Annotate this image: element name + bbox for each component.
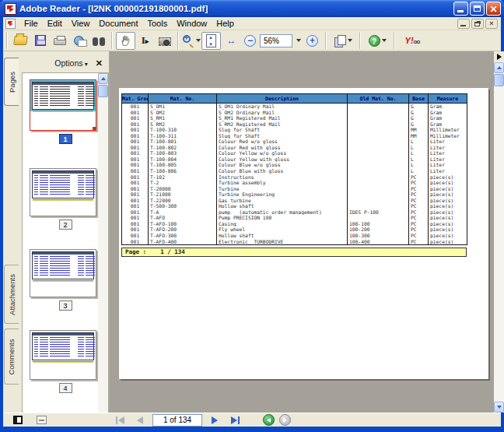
print-button[interactable] <box>50 32 69 50</box>
page-number-label[interactable]: 2 <box>59 220 72 230</box>
table-cell <box>348 110 409 116</box>
zoom-level-dropdown[interactable] <box>292 34 303 47</box>
table-cell: piece(s) <box>429 174 467 181</box>
maximize-button[interactable] <box>470 2 485 16</box>
page-navigation: 1 of 134 <box>112 414 291 427</box>
zoom-tool-dropdown-icon[interactable] <box>196 39 201 42</box>
window-title: Adobe Reader - [I2NK 000002191800001.pdf… <box>19 4 453 13</box>
thumbnail-page-image[interactable] <box>30 168 96 216</box>
navigation-pane-icon <box>13 416 23 424</box>
doc-close-button[interactable]: × <box>485 19 498 29</box>
table-cell: L <box>409 150 429 156</box>
table-cell: piece(s) <box>429 198 467 204</box>
zoom-level-field[interactable]: 56% <box>260 34 292 47</box>
table-cell: PC <box>409 203 429 209</box>
doc-restore-button[interactable] <box>471 19 484 29</box>
help-dropdown-icon[interactable] <box>382 39 387 42</box>
table-cell: S_OM2 <box>149 110 217 116</box>
table-cell: T-20000 <box>149 186 217 192</box>
email-button[interactable] <box>69 32 89 50</box>
page-thumbnail-2[interactable]: 2 <box>30 168 101 230</box>
snapshot-button[interactable] <box>155 32 174 50</box>
table-cell: 100-100 <box>348 221 409 227</box>
close-panel-icon[interactable]: ✕ <box>96 58 103 68</box>
help-button[interactable]: ? <box>364 32 390 50</box>
menu-view[interactable]: View <box>67 18 95 29</box>
menu-help[interactable]: Help <box>212 18 239 29</box>
sidebar-tab-attachments[interactable]: Attachments <box>4 265 19 324</box>
minimize-button[interactable] <box>453 2 468 16</box>
next-view-button[interactable] <box>279 414 291 426</box>
scrollbar-thumb[interactable] <box>98 85 108 97</box>
scrollbar-thumb[interactable] <box>494 74 504 86</box>
sidebar-tab-comments[interactable]: Comments <box>4 328 19 385</box>
hand-tool-button[interactable] <box>116 32 135 50</box>
previous-view-button[interactable] <box>263 414 275 426</box>
page-thumbnail-3[interactable]: 3 <box>30 249 101 311</box>
fit-page-button[interactable] <box>201 32 221 50</box>
scroll-down-button[interactable] <box>494 402 504 413</box>
page-number-field[interactable]: 1 of 134 <box>152 414 202 427</box>
last-page-icon <box>231 416 237 424</box>
menu-tools[interactable]: Tools <box>143 18 173 29</box>
menu-edit[interactable]: Edit <box>43 18 67 29</box>
open-folder-icon <box>13 36 28 45</box>
arrow-down-icon <box>497 406 502 409</box>
save-button[interactable] <box>30 32 50 50</box>
document-scrollbar[interactable] <box>494 51 504 413</box>
table-cell: Liter <box>429 162 467 168</box>
table-cell: L <box>409 145 429 151</box>
page-number-label[interactable]: 1 <box>59 134 72 144</box>
table-cell: Slug for Shaft <box>217 133 348 139</box>
thumbnail-page-image[interactable] <box>30 330 96 380</box>
view-box-handle[interactable] <box>93 127 96 130</box>
menu-window[interactable]: Window <box>172 18 212 29</box>
table-cell: Gas turbine <box>217 198 348 204</box>
previous-page-button[interactable] <box>132 414 148 426</box>
table-cell: S_OM2 Ordinary Mail <box>217 110 348 116</box>
page-thumbnail-1[interactable]: 1 <box>30 79 101 144</box>
select-text-button[interactable]: I <box>135 32 155 50</box>
pane-expand-button[interactable] <box>494 51 504 61</box>
table-cell: PC <box>409 191 429 198</box>
table-cell: 001 <box>122 233 149 239</box>
table-cell: Colour Blue with gloss <box>217 168 348 174</box>
open-button[interactable] <box>11 32 30 50</box>
fit-width-button[interactable]: ↔ <box>221 32 240 50</box>
pdf-document-icon[interactable] <box>5 19 16 29</box>
table-cell: Liter <box>429 168 467 174</box>
page-view-button[interactable] <box>33 414 50 426</box>
page-number-label[interactable]: 4 <box>59 383 72 393</box>
yahoo-search-button[interactable]: Y! <box>398 32 426 50</box>
toolbar-separator <box>359 32 361 49</box>
doc-minimize-button[interactable] <box>457 19 470 29</box>
first-page-button[interactable] <box>112 414 128 426</box>
next-page-button[interactable] <box>207 414 222 426</box>
page-number-label[interactable]: 3 <box>59 300 72 311</box>
single-page-icon <box>37 416 47 424</box>
document-pane[interactable]: Mat. GrouMat. No.DescriptionOld Mat. No.… <box>110 51 494 413</box>
next-page-icon <box>212 416 218 424</box>
scroll-up-button[interactable] <box>494 62 504 73</box>
toggle-navpane-button[interactable] <box>9 414 26 426</box>
menu-file[interactable]: File <box>19 18 43 29</box>
thumbnail-scrollbar[interactable] <box>98 73 108 423</box>
close-button[interactable]: ✕ <box>486 2 501 16</box>
search-button[interactable] <box>89 32 108 50</box>
zoom-out-button[interactable]: − <box>240 32 260 50</box>
zoom-in-button[interactable]: + <box>303 32 322 50</box>
table-cell: piece(s) <box>429 215 467 221</box>
page-layout-button[interactable] <box>330 32 356 50</box>
menu-document[interactable]: Document <box>94 18 142 29</box>
table-cell: L <box>409 156 429 163</box>
scroll-up-button[interactable] <box>98 73 108 84</box>
thumbnail-page-image[interactable] <box>30 249 96 297</box>
page-thumbnail-4[interactable]: 4 <box>30 330 101 393</box>
zoom-tool-button[interactable]: + <box>182 32 201 50</box>
thumbnail-page-image[interactable] <box>30 79 96 131</box>
page-layout-dropdown-icon[interactable] <box>348 39 352 42</box>
options-menu-button[interactable]: Options <box>54 58 87 68</box>
last-page-button[interactable] <box>227 414 243 426</box>
table-cell: Colour Red with gloss <box>217 145 348 151</box>
sidebar-tab-pages[interactable]: Pages <box>4 58 19 106</box>
